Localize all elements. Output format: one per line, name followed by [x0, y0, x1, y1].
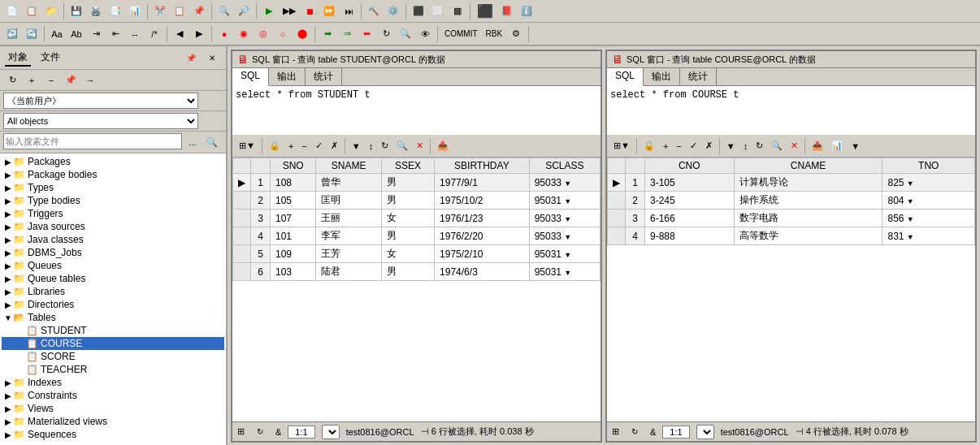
tree-item-indexes[interactable]: ▶📁Indexes: [2, 376, 224, 389]
search-input[interactable]: [3, 133, 182, 149]
table-row[interactable]: 5109王芳女1975/2/1095031 ▼: [233, 245, 601, 263]
format-btn[interactable]: Aa: [48, 25, 66, 43]
course-nav-select[interactable]: [696, 425, 714, 439]
add-btn[interactable]: +: [23, 71, 41, 89]
step2-btn[interactable]: ⏭: [340, 2, 358, 20]
undo-btn[interactable]: ↩️: [3, 25, 21, 43]
course-add-row-btn[interactable]: +: [660, 137, 671, 155]
table-row[interactable]: 49-888高等数学831 ▼: [608, 227, 975, 245]
tree-item-materialized-views[interactable]: ▶📁Materialized views: [2, 415, 224, 428]
cut-btn[interactable]: ✂️: [151, 2, 169, 20]
tree-item-tables[interactable]: ▼📂Tables: [2, 311, 224, 324]
table-row[interactable]: 2105匡明男1975/10/295031 ▼: [233, 192, 601, 210]
tree-item-teacher[interactable]: 📋TEACHER: [2, 363, 224, 376]
arrow1-btn[interactable]: ➡: [319, 25, 336, 43]
red-stop[interactable]: ⬛: [474, 2, 497, 20]
paste-btn[interactable]: 📌: [190, 2, 208, 20]
red1-btn[interactable]: ●: [215, 25, 233, 43]
student-export-btn[interactable]: 📤: [434, 137, 452, 155]
new-btn[interactable]: 📄: [3, 2, 21, 20]
tree-item-type-bodies[interactable]: ▶📁Type bodies: [2, 194, 224, 207]
navfwd-btn[interactable]: ▶: [190, 25, 208, 43]
student-tab-output[interactable]: 输出: [269, 68, 306, 85]
student-tab-sql[interactable]: SQL: [232, 68, 269, 86]
search-btn[interactable]: 🔍: [215, 2, 233, 20]
student-save-row-btn[interactable]: ✓: [312, 137, 326, 155]
course-tab-sql[interactable]: SQL: [607, 68, 644, 86]
stop-btn[interactable]: ⏹: [301, 2, 319, 20]
student-nav-select[interactable]: [322, 425, 340, 439]
table-row[interactable]: 3107王丽女1976/1/2395033 ▼: [233, 210, 601, 227]
outdent-btn[interactable]: ⇤: [106, 25, 124, 43]
commit-btn[interactable]: COMMIT: [441, 25, 481, 43]
student-sql-content[interactable]: select * from STUDENT t: [232, 86, 601, 135]
table-row[interactable]: ▶13-105计算机导论825 ▼: [608, 174, 975, 192]
course-tab-stats[interactable]: 统计: [680, 68, 717, 85]
course-refresh-grid-btn[interactable]: ↻: [752, 137, 766, 155]
tree-item-java-classes[interactable]: ▶📁Java classes: [2, 233, 224, 246]
compile-btn[interactable]: 🔨: [365, 2, 383, 20]
table2-btn[interactable]: ⬜: [429, 2, 447, 20]
pin-btn[interactable]: 📌: [62, 71, 80, 89]
tree-item-constraints[interactable]: ▶📁Constraints: [2, 389, 224, 402]
table-row[interactable]: 6103陆君男1974/6/395031 ▼: [233, 263, 601, 281]
tree-item-course[interactable]: 📋COURSE: [2, 337, 224, 350]
col-header-sclass[interactable]: SCLASS: [529, 158, 600, 174]
filter-dropdown[interactable]: All objects: [3, 113, 198, 129]
course-grid-view-btn[interactable]: ⊞▼: [610, 137, 633, 155]
course-data-grid[interactable]: CNOCNAMETNO▶13-105计算机导论825 ▼23-245操作系统80…: [607, 158, 975, 421]
tree-item-queues[interactable]: ▶📁Queues: [2, 259, 224, 272]
save2-btn[interactable]: 🖨️: [87, 2, 105, 20]
copy-btn[interactable]: 📋: [171, 2, 189, 20]
tree-item-package-bodies[interactable]: ▶📁Package bodies: [2, 168, 224, 181]
student-data-grid[interactable]: SNOSNAMESSEXSBIRTHDAYSCLASS▶1108曾华男1977/…: [232, 158, 601, 421]
format2-btn[interactable]: Ab: [67, 25, 85, 43]
rollback-btn[interactable]: RBK: [483, 25, 506, 43]
student-sort-btn[interactable]: ↕: [366, 137, 377, 155]
student-status-refresh[interactable]: ↻: [251, 423, 269, 441]
tree-item-sequences[interactable]: ▶📁Sequences: [2, 428, 224, 441]
col-header-sname[interactable]: SNAME: [316, 158, 382, 174]
eye-btn[interactable]: 👁: [416, 25, 434, 43]
tree-item-triggers[interactable]: ▶📁Triggers: [2, 207, 224, 220]
tree-item-directories[interactable]: ▶📁Directories: [2, 298, 224, 311]
course-x-btn[interactable]: ✕: [787, 137, 801, 155]
info-btn[interactable]: ℹ️: [518, 2, 536, 20]
tree-item-dbms_jobs[interactable]: ▶📁DBMS_Jobs: [2, 246, 224, 259]
arrow4-btn[interactable]: ↻: [377, 25, 395, 43]
tree-item-queue-tables[interactable]: ▶📁Queue tables: [2, 272, 224, 285]
student-del-row-btn[interactable]: −: [298, 137, 310, 155]
tree-item-libraries[interactable]: ▶📁Libraries: [2, 285, 224, 298]
redo-btn[interactable]: ↪️: [23, 25, 41, 43]
student-filter-btn[interactable]: ▼: [349, 137, 364, 155]
red5-btn[interactable]: ⬤: [293, 25, 311, 43]
course-save-row-btn[interactable]: ✓: [687, 137, 700, 155]
arrow3-btn[interactable]: ⬅: [358, 25, 375, 43]
red3-btn[interactable]: ◎: [254, 25, 272, 43]
session-btn[interactable]: ⚙: [507, 25, 525, 43]
print-btn[interactable]: 📑: [106, 2, 124, 20]
tree-item-score[interactable]: 📋SCORE: [2, 350, 224, 363]
student-tab-stats[interactable]: 统计: [306, 68, 342, 85]
panel-pin-btn[interactable]: 📌: [182, 49, 200, 67]
table-row[interactable]: 36-166数字电路856 ▼: [608, 210, 975, 227]
table-row[interactable]: ▶1108曾华男1977/9/195033 ▼: [233, 174, 601, 192]
table3-btn[interactable]: ▦: [449, 2, 466, 20]
search-browse-btn[interactable]: ...: [184, 133, 202, 151]
search3-btn[interactable]: 🔍: [397, 25, 414, 43]
student-lock-btn[interactable]: 🔒: [266, 137, 284, 155]
col-header-cno[interactable]: CNO: [645, 158, 735, 174]
course-tab-output[interactable]: 输出: [644, 68, 680, 85]
course-export-btn[interactable]: 📤: [809, 137, 826, 155]
student-cancel-row-btn[interactable]: ✗: [327, 137, 341, 155]
new2-btn[interactable]: 📋: [23, 2, 41, 20]
run2-btn[interactable]: ▶▶: [280, 2, 299, 20]
col-header-ssex[interactable]: SSEX: [381, 158, 434, 174]
col-header-tno[interactable]: TNO: [882, 158, 975, 174]
arrow2-btn[interactable]: ⇒: [338, 25, 356, 43]
compile2-btn[interactable]: ⚙️: [384, 2, 402, 20]
course-status-refresh[interactable]: ↻: [626, 423, 644, 441]
search2-btn[interactable]: 🔎: [235, 2, 253, 20]
tree-item-views[interactable]: ▶📁Views: [2, 402, 224, 415]
student-search-grid-btn[interactable]: 🔍: [393, 137, 411, 155]
